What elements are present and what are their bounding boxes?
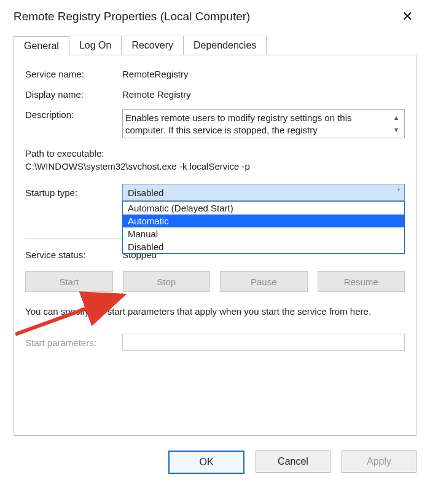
service-action-buttons: Start Stop Pause Resume [25,271,405,292]
startup-type-value: Disabled [128,187,163,198]
scroll-up-icon[interactable]: ▴ [394,112,398,124]
titlebar: Remote Registry Properties (Local Comput… [14,7,416,31]
tab-panel-general: Service name: RemoteRegistry Display nam… [14,55,416,436]
apply-button[interactable]: Apply [342,451,416,473]
tab-strip: General Log On Recovery Dependencies [14,36,416,55]
tab-log-on[interactable]: Log On [69,36,122,55]
value-display-name: Remote Registry [122,89,405,100]
startup-type-dropdown: Automatic (Delayed Start) Automatic Manu… [122,201,405,254]
chevron-down-icon: ˅ [397,188,401,197]
label-path: Path to executable: [25,148,405,159]
tab-recovery[interactable]: Recovery [122,36,184,55]
tab-general[interactable]: General [14,36,69,55]
description-scroll: ▴ ▾ [391,112,402,136]
value-service-name: RemoteRegistry [122,69,405,79]
value-path: C:\WINDOWS\system32\svchost.exe -k local… [25,161,405,171]
start-button[interactable]: Start [25,271,113,292]
resume-button[interactable]: Resume [318,271,405,292]
startup-option-automatic[interactable]: Automatic [123,215,404,227]
start-parameters-input [122,334,405,351]
label-description: Description: [25,109,122,120]
startup-option-manual[interactable]: Manual [123,227,404,240]
description-text: Enables remote users to modify registry … [125,112,391,136]
tab-dependencies[interactable]: Dependencies [184,36,267,55]
label-startup-type: Startup type: [25,187,122,198]
stop-button[interactable]: Stop [123,271,211,292]
window-title: Remote Registry Properties (Local Comput… [14,10,250,23]
startup-option-disabled[interactable]: Disabled [123,240,404,253]
dialog-button-row: OK Cancel Apply [14,451,416,474]
start-parameters-note: You can specify the start parameters tha… [25,305,405,318]
label-service-name: Service name: [25,69,122,79]
startup-type-combo[interactable]: Disabled ˅ [122,184,405,201]
scroll-down-icon[interactable]: ▾ [394,124,398,136]
close-icon[interactable]: ✕ [398,9,416,25]
cancel-button[interactable]: Cancel [256,451,330,473]
ok-button[interactable]: OK [168,451,244,474]
pause-button[interactable]: Pause [220,271,308,292]
label-service-status: Service status: [25,250,122,260]
label-display-name: Display name: [25,89,122,100]
startup-option-delayed[interactable]: Automatic (Delayed Start) [123,202,404,215]
label-start-parameters: Start parameters: [25,337,122,348]
dialog-window: Remote Registry Properties (Local Comput… [0,0,430,504]
description-box[interactable]: Enables remote users to modify registry … [122,109,405,138]
